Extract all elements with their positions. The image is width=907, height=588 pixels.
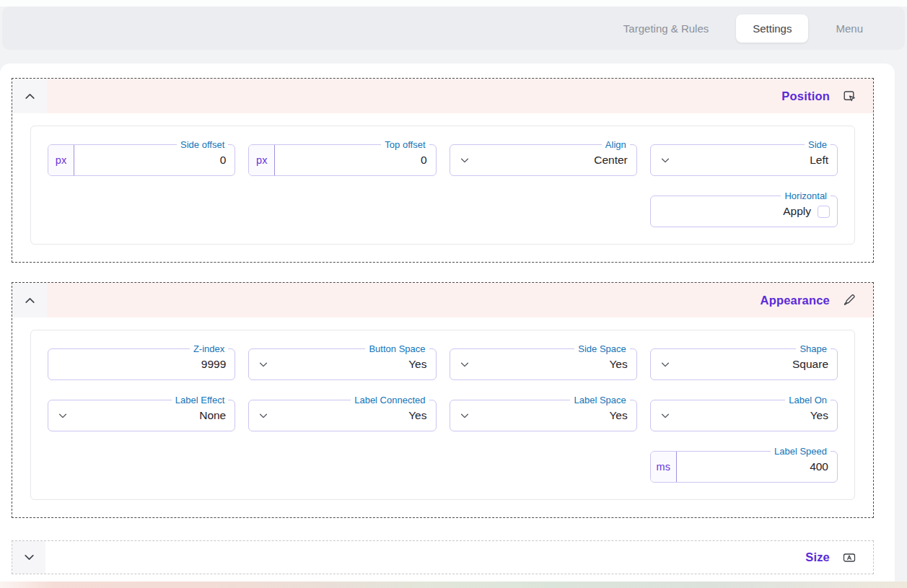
chevron-down-icon xyxy=(651,411,670,421)
section-position: Position Side offset px 0 Top offset xyxy=(12,78,874,263)
shape-select[interactable]: Shape Square xyxy=(650,348,838,380)
position-panel: Side offset px 0 Top offset px 0 Align C… xyxy=(30,126,855,245)
size-expand-button[interactable] xyxy=(12,541,45,574)
button-space-label: Button Space xyxy=(365,343,429,355)
label-on-value: Yes xyxy=(670,409,837,422)
shape-label: Shape xyxy=(796,343,831,355)
label-on-select[interactable]: Label On Yes xyxy=(650,400,838,431)
chevron-down-icon xyxy=(23,551,35,563)
chevron-down-icon xyxy=(651,359,670,369)
side-space-label: Side Space xyxy=(574,343,630,355)
chevron-down-icon xyxy=(249,359,268,369)
appearance-collapse-button[interactable] xyxy=(12,283,47,317)
size-header: Size xyxy=(12,541,873,574)
position-body: Side offset px 0 Top offset px 0 Align C… xyxy=(12,113,873,262)
section-appearance: Appearance Z-index 9999 Button Space xyxy=(12,282,874,518)
top-offset-unit: px xyxy=(249,145,275,175)
paintbrush-icon xyxy=(842,293,856,307)
label-effect-label: Label Effect xyxy=(172,394,228,406)
label-effect-value: None xyxy=(68,409,235,422)
section-size: Size xyxy=(12,540,874,574)
label-on-label: Label On xyxy=(785,394,831,406)
top-offset-field[interactable]: Top offset px 0 xyxy=(248,144,436,176)
align-label: Align xyxy=(602,139,630,151)
z-index-label: Z-index xyxy=(190,343,228,355)
label-speed-label: Label Speed xyxy=(771,445,831,457)
position-header: Position xyxy=(12,79,873,113)
label-space-select[interactable]: Label Space Yes xyxy=(450,400,637,431)
label-effect-select[interactable]: Label Effect None xyxy=(48,400,235,431)
label-connected-select[interactable]: Label Connected Yes xyxy=(248,400,436,431)
chevron-up-icon xyxy=(24,294,36,307)
size-title: Size xyxy=(805,550,830,564)
position-title: Position xyxy=(781,89,830,103)
tab-targeting-rules[interactable]: Targeting & Rules xyxy=(623,22,709,35)
font-frame-icon xyxy=(842,550,856,565)
appearance-title: Appearance xyxy=(761,294,830,307)
chevron-down-icon xyxy=(450,155,470,165)
side-offset-field[interactable]: Side offset px 0 xyxy=(48,144,235,176)
label-space-value: Yes xyxy=(470,409,636,422)
side-space-select[interactable]: Side Space Yes xyxy=(450,348,637,380)
z-index-input[interactable]: 9999 xyxy=(48,358,235,371)
position-collapse-button[interactable] xyxy=(12,79,47,113)
settings-panel: Position Side offset px 0 Top offset xyxy=(0,63,895,588)
horizontal-apply-checkbox[interactable] xyxy=(818,206,830,218)
chevron-down-icon xyxy=(450,359,470,369)
label-connected-value: Yes xyxy=(268,409,435,422)
side-offset-label: Side offset xyxy=(177,139,228,151)
button-space-value: Yes xyxy=(268,358,435,371)
preview-gradient-strip xyxy=(0,582,907,588)
tab-settings[interactable]: Settings xyxy=(736,14,808,43)
appearance-header: Appearance xyxy=(12,283,873,317)
appearance-panel: Z-index 9999 Button Space Yes Side Space… xyxy=(30,330,855,500)
window-pointer-icon xyxy=(842,89,856,103)
label-speed-input[interactable]: 400 xyxy=(677,460,837,473)
chevron-down-icon xyxy=(249,411,268,421)
label-space-label: Label Space xyxy=(570,394,629,406)
chevron-down-icon xyxy=(651,155,670,165)
horizontal-field: Horizontal Apply xyxy=(650,196,838,227)
side-label: Side xyxy=(805,139,831,151)
shape-value: Square xyxy=(670,358,837,371)
button-space-select[interactable]: Button Space Yes xyxy=(248,348,436,380)
side-space-value: Yes xyxy=(470,358,636,371)
label-speed-field[interactable]: Label Speed ms 400 xyxy=(650,451,838,483)
tab-menu[interactable]: Menu xyxy=(836,22,863,35)
align-value: Center xyxy=(470,154,636,167)
align-select[interactable]: Align Center xyxy=(450,144,637,176)
appearance-body: Z-index 9999 Button Space Yes Side Space… xyxy=(12,317,873,517)
side-offset-unit: px xyxy=(48,145,74,175)
side-select[interactable]: Side Left xyxy=(650,144,838,176)
label-speed-unit: ms xyxy=(651,452,677,482)
top-white-strip xyxy=(0,0,907,6)
horizontal-label: Horizontal xyxy=(781,190,831,202)
top-offset-label: Top offset xyxy=(381,139,429,151)
top-tab-bar: Targeting & Rules Settings Menu xyxy=(2,6,905,50)
apply-label: Apply xyxy=(783,205,811,218)
side-offset-input[interactable]: 0 xyxy=(74,154,235,167)
label-connected-label: Label Connected xyxy=(351,394,429,406)
chevron-up-icon xyxy=(24,90,36,102)
chevron-down-icon xyxy=(450,411,470,421)
top-offset-input[interactable]: 0 xyxy=(275,154,435,167)
z-index-field[interactable]: Z-index 9999 xyxy=(48,348,235,380)
side-value: Left xyxy=(670,154,837,167)
chevron-down-icon xyxy=(48,411,68,421)
